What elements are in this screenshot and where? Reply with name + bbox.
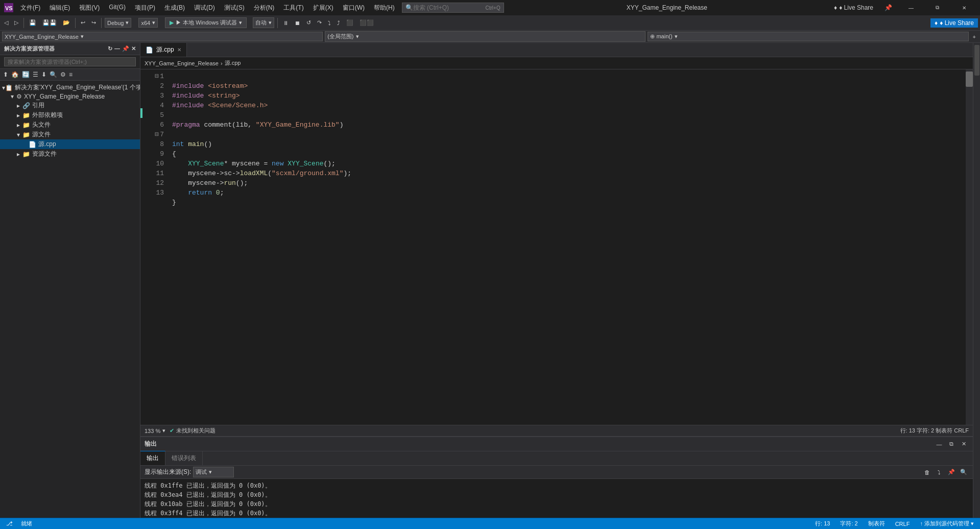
sidebar-action-icon5[interactable]: ⬇	[40, 70, 47, 79]
status-bar-right: 行: 13 字符: 2 制表符 CRLF ↑ 添加到源代码管理 ▾	[813, 520, 976, 527]
tree-item[interactable]: ▾📁源文件	[0, 130, 140, 139]
run-icon: ▶	[170, 19, 174, 26]
status-indent[interactable]: 制表符	[866, 520, 887, 527]
menu-tools[interactable]: 工具(T)	[279, 3, 307, 13]
add-to-source-control[interactable]: ↑ 添加到源代码管理 ▾	[918, 520, 976, 527]
sidebar-action-icon4[interactable]: ☰	[32, 70, 39, 79]
zoom-selector[interactable]: 133 % ▾	[145, 427, 165, 434]
title-bar-title: XYY_Game_Engine_Release	[627, 4, 707, 11]
toolbar-debug-btn3[interactable]: ↺	[304, 18, 313, 27]
toolbar-debug-btn5[interactable]: ⤵	[326, 19, 333, 27]
platform-dropdown[interactable]: x64 ▾	[138, 18, 158, 28]
tree-item[interactable]: ▸🔗引用	[0, 101, 140, 110]
toolbar-open-btn[interactable]: 📂	[61, 18, 72, 27]
scope-nav-dropdown[interactable]: (全局范围) ▾	[325, 31, 646, 42]
solution-nav-dropdown[interactable]: XYY_Game_Engine_Release ▾	[2, 32, 323, 41]
panel-close-btn[interactable]: ✕	[959, 439, 969, 449]
tree-item[interactable]: ▸📁头文件	[0, 120, 140, 130]
menu-help[interactable]: 帮助(H)	[370, 3, 399, 13]
sidebar-action-icon2[interactable]: 🏠	[10, 70, 20, 79]
zoom-label: 133 %	[145, 428, 160, 434]
menu-edit[interactable]: 编辑(E)	[45, 3, 74, 13]
liveshare-toolbar-button[interactable]: ♦ ♦ Live Share	[930, 18, 978, 28]
menu-file[interactable]: 文件(F)	[16, 3, 44, 13]
menu-extensions[interactable]: 扩展(X)	[309, 3, 338, 13]
error-list-tab[interactable]: 错误列表	[165, 451, 203, 465]
tree-item[interactable]: ▸📁资源文件	[0, 149, 140, 159]
sidebar-pin-icon[interactable]: 📌	[122, 45, 129, 52]
code-content[interactable]: #include <iostream> #include <string> #i…	[168, 69, 966, 425]
sidebar-close-icon[interactable]: ✕	[131, 45, 136, 52]
pin-icon[interactable]: 📌	[880, 4, 896, 11]
title-search-input[interactable]	[413, 4, 486, 11]
tree-label: 源.cpp	[38, 140, 56, 149]
tree-item[interactable]: ▸📁外部依赖项	[0, 110, 140, 120]
output-tab[interactable]: 输出	[140, 451, 165, 465]
output-source-dropdown[interactable]: 调试 ▾	[193, 467, 234, 477]
minimize-button[interactable]: —	[899, 0, 923, 15]
code-editor[interactable]: ⊟1 2 3 4 5 6 ⊟7 8 9 10 11 12 13 #include…	[140, 69, 973, 425]
toolbar-debug-btn6[interactable]: ⤴	[335, 19, 342, 27]
menu-window[interactable]: 窗口(W)	[339, 3, 369, 13]
right-scrollbar-thumb[interactable]	[974, 45, 979, 76]
config-dropdown[interactable]: Debug ▾	[105, 18, 131, 28]
sidebar-action-icon3[interactable]: 🔄	[21, 70, 31, 79]
editor-scrollbar[interactable]	[966, 69, 973, 425]
toolbar-redo-btn[interactable]: ↪	[89, 18, 98, 27]
sidebar-search-input[interactable]	[4, 57, 136, 66]
toolbar-breakpoints-btn[interactable]: ⬛⬛	[357, 18, 376, 27]
maximize-button[interactable]: ⧉	[926, 0, 949, 15]
status-eol[interactable]: CRLF	[893, 521, 912, 527]
breadcrumb-file[interactable]: 源.cpp	[225, 59, 241, 67]
sidebar-sync-icon[interactable]: ↻	[108, 45, 112, 52]
output-pin-btn[interactable]: 📌	[946, 467, 957, 477]
run-btn[interactable]: ▶ ▶ 本地 Windows 调试器 ▾	[165, 17, 247, 28]
menu-debug[interactable]: 调试(D)	[190, 3, 219, 13]
breadcrumb-project[interactable]: XYY_Game_Engine_Release	[145, 60, 219, 66]
sidebar-action-icon8[interactable]: ≡	[68, 70, 74, 79]
toolbar-forward-btn[interactable]: ▷	[12, 18, 20, 27]
sidebar-action-icon7[interactable]: ⚙	[59, 70, 67, 79]
status-char[interactable]: 字符: 2	[838, 520, 859, 527]
close-button[interactable]: ✕	[952, 0, 976, 15]
toolbar-debug-btn2[interactable]: ⏹	[293, 19, 302, 27]
toolbar-save-all-btn[interactable]: 💾💾	[40, 18, 59, 27]
menu-project[interactable]: 项目(P)	[131, 3, 159, 13]
attach-dropdown[interactable]: 自动 ▾	[253, 17, 274, 28]
menu-view[interactable]: 视图(V)	[75, 3, 104, 13]
editor-tab-sources-cpp[interactable]: 📄 源.cpp ✕	[140, 43, 187, 57]
member-nav-dropdown[interactable]: ⊕ main() ▾	[648, 32, 968, 41]
menu-build[interactable]: 生成(B)	[160, 3, 189, 13]
menu-analyze[interactable]: 分析(N)	[250, 3, 279, 13]
toolbar-undo-btn[interactable]: ↩	[79, 18, 87, 27]
menu-git[interactable]: Git(G)	[105, 3, 130, 13]
panel-minimize-btn[interactable]: —	[934, 439, 944, 449]
line-num-11: 11	[147, 169, 164, 178]
toolbar-save-btn[interactable]: 💾	[27, 18, 38, 27]
output-word-wrap-btn[interactable]: ⤵	[934, 467, 944, 477]
toolbar-back-btn[interactable]: ◁	[2, 18, 10, 27]
output-find-btn[interactable]: 🔍	[959, 467, 969, 477]
sidebar-action-icon6[interactable]: 🔍	[49, 70, 58, 79]
toolbar-debug-btn4[interactable]: ↷	[315, 18, 324, 27]
panel-maximize-btn[interactable]: ⧉	[946, 439, 957, 449]
title-search-box[interactable]: 🔍 Ctrl+Q	[402, 3, 504, 13]
scope-nav-label: (全局范围)	[327, 33, 353, 40]
menu-test[interactable]: 测试(S)	[220, 3, 249, 13]
sidebar-search[interactable]	[0, 55, 140, 69]
status-line[interactable]: 行: 13	[813, 520, 832, 527]
toolbar-debug-btn1[interactable]: ⏸	[281, 19, 291, 27]
expand-nav-btn[interactable]: +	[971, 33, 978, 41]
output-clear-btn[interactable]: 🗑	[922, 467, 932, 477]
tree-item[interactable]: ▾⚙XYY_Game_Engine_Release	[0, 92, 140, 101]
tab-close-btn[interactable]: ✕	[177, 47, 181, 53]
tree-item[interactable]: ▾📋解决方案'XYY_Game_Engine_Release'(1 个项目/共 …	[0, 83, 140, 92]
sidebar-collapse-icon[interactable]: —	[114, 45, 120, 52]
liveshare-icon: ♦	[834, 4, 837, 11]
sidebar-action-icon1[interactable]: ⬆	[2, 70, 9, 79]
toolbar-breakpoint-btn[interactable]: ⬛	[344, 18, 355, 27]
git-icon[interactable]: ⎇	[4, 520, 15, 527]
tree-item[interactable]: 📄源.cpp	[0, 139, 140, 149]
scrollbar-thumb[interactable]	[966, 71, 973, 87]
liveshare-title-btn[interactable]: ♦ ♦ Live Share	[830, 4, 877, 11]
